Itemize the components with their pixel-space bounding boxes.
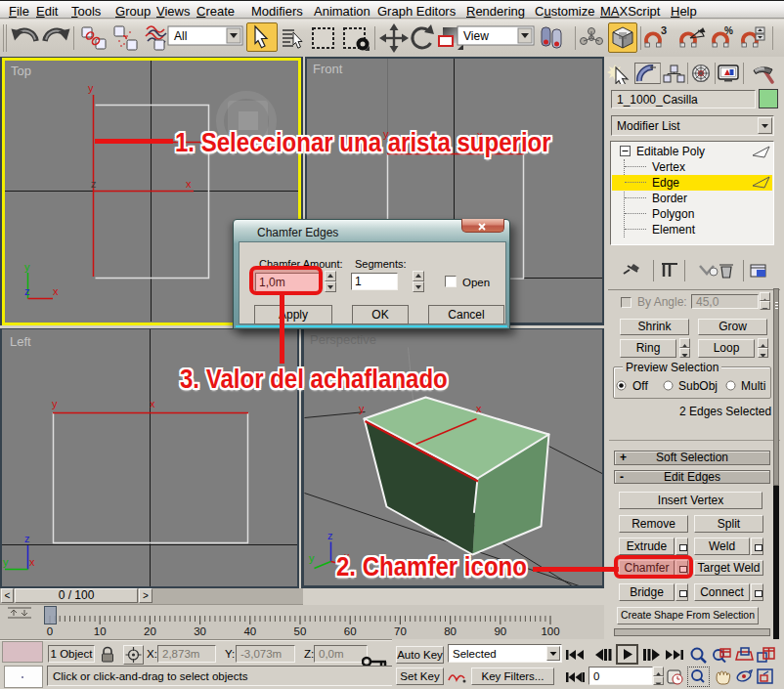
svg-text:x: x: [477, 129, 483, 141]
svg-text:%: %: [724, 25, 733, 36]
svg-text:z: z: [24, 285, 30, 297]
svg-text:100: 100: [541, 625, 559, 637]
svg-text:3: 3: [661, 24, 667, 36]
svg-text:y: y: [88, 82, 94, 94]
svg-text:y: y: [383, 128, 389, 140]
svg-text:90: 90: [494, 625, 506, 637]
svg-text:z: z: [91, 178, 97, 190]
svg-text:z: z: [24, 533, 30, 544]
svg-text:x: x: [186, 178, 192, 190]
svg-text:x: x: [53, 285, 59, 297]
svg-text:z: z: [327, 530, 333, 541]
svg-text:x: x: [150, 398, 155, 409]
svg-text:50: 50: [294, 625, 307, 637]
svg-text:y: y: [52, 398, 58, 409]
svg-text:View: View: [463, 29, 489, 43]
svg-text:x: x: [476, 403, 482, 414]
svg-text:40: 40: [243, 625, 256, 637]
svg-text:y: y: [3, 556, 9, 568]
svg-text:0: 0: [47, 625, 53, 637]
svg-text:x: x: [344, 550, 350, 562]
svg-text:y: y: [24, 261, 30, 273]
svg-text:y: y: [359, 403, 365, 414]
svg-text:y: y: [309, 552, 315, 564]
svg-text:10: 10: [94, 625, 107, 637]
svg-text:30: 30: [194, 625, 206, 637]
svg-text:20: 20: [144, 625, 156, 637]
svg-text:60: 60: [344, 625, 357, 637]
svg-text:70: 70: [394, 625, 407, 637]
svg-text:All: All: [174, 29, 187, 43]
svg-text:x: x: [29, 556, 35, 568]
svg-text:80: 80: [444, 625, 457, 637]
